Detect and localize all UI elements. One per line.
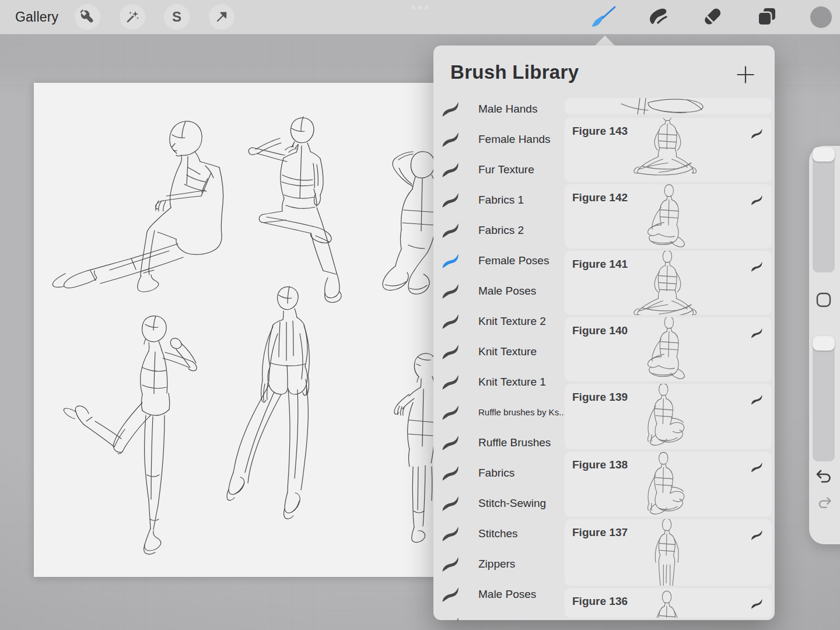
svg-text:S: S xyxy=(172,9,181,24)
